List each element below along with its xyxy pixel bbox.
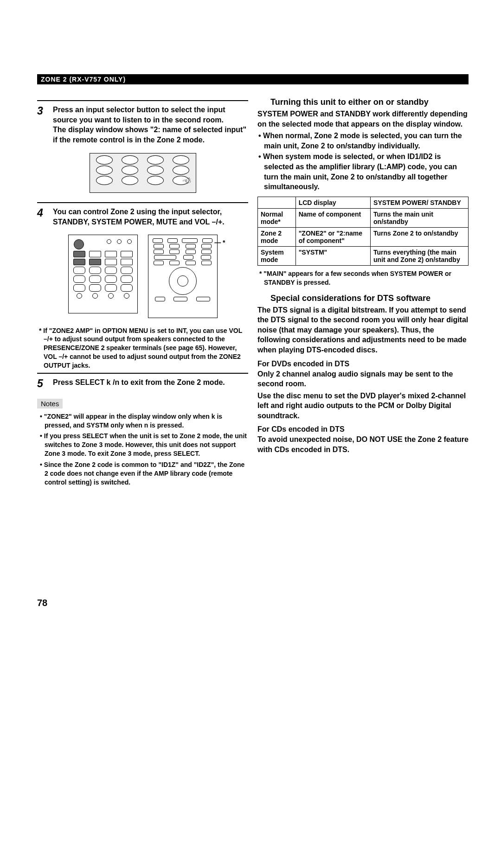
- th-system-power: SYSTEM POWER/ STANDBY: [371, 197, 469, 208]
- table-footnote: * "MAIN" appears for a few seconds when …: [257, 269, 469, 287]
- page-number: 78: [37, 598, 47, 608]
- heading-turning-unit: Turning this unit to either on or standb…: [257, 97, 469, 107]
- subheading-dvd-dts: For DVDs encoded in DTS: [257, 360, 469, 368]
- step-body: You can control Zone 2 using the input s…: [53, 207, 248, 227]
- input-panel-icon: [90, 153, 196, 193]
- cell: Zone 2 mode: [258, 227, 296, 246]
- notes-badge: Notes: [37, 399, 63, 408]
- step-5: 5 Press SELECT k /n to exit from the Zon…: [37, 377, 248, 390]
- step-number: 5: [37, 377, 53, 390]
- divider: [37, 100, 248, 101]
- cell: Turns the main unit on/standby: [371, 208, 469, 227]
- cell: Turns everything (the main unit and Zone…: [371, 246, 469, 265]
- remote-left-icon: [68, 235, 138, 313]
- table-row: Zone 2 mode "ZONE2" or "2:name of compon…: [258, 227, 469, 246]
- step-3: 3 Press an input selector button to sele…: [37, 105, 248, 145]
- remote-figures: — *: [37, 235, 248, 318]
- step3-line1: Press an input selector button to select…: [53, 106, 225, 124]
- cell: Normal mode*: [258, 208, 296, 227]
- step4-footnote: * If "ZONE2 AMP" in OPTION MENU is set t…: [37, 326, 248, 370]
- heading-dts: Special considerations for DTS software: [270, 294, 469, 303]
- mode-table: LCD display SYSTEM POWER/ STANDBY Normal…: [257, 197, 469, 266]
- step3-line2: The display window shows "2: name of sel…: [53, 126, 246, 144]
- step-body: Press SELECT k /n to exit from the Zone …: [53, 377, 248, 390]
- left-column: 3 Press an input selector button to sele…: [37, 97, 248, 489]
- dvd-dts-p1: Only 2 channel analog audio signals may …: [257, 369, 469, 389]
- cell: Turns Zone 2 to on/standby: [371, 227, 469, 246]
- cd-dts-p: To avoid unexpected noise, DO NOT USE th…: [257, 434, 469, 454]
- intro-paragraph: SYSTEM POWER and STANDBY work differentl…: [257, 109, 469, 129]
- two-column-layout: 3 Press an input selector button to sele…: [37, 97, 469, 489]
- dts-paragraph: The DTS signal is a digital bitstream. I…: [257, 305, 469, 355]
- cell: System mode: [258, 246, 296, 265]
- input-selector-figure: [37, 153, 248, 193]
- th-lcd: LCD display: [295, 197, 370, 208]
- cell: "SYSTM": [295, 246, 370, 265]
- step-number: 3: [37, 105, 53, 145]
- table-row: System mode "SYSTM" Turns everything (th…: [258, 246, 469, 265]
- step-4: 4 You can control Zone 2 using the input…: [37, 207, 248, 227]
- footnote-text: If "ZONE2 AMP" in OPTION MENU is set to …: [43, 327, 242, 370]
- divider: [37, 202, 248, 203]
- step-body: Press an input selector button to select…: [53, 105, 248, 145]
- right-column: Turning this unit to either on or standb…: [257, 97, 469, 489]
- table-header-row: LCD display SYSTEM POWER/ STANDBY: [258, 197, 469, 208]
- step-number: 4: [37, 207, 53, 227]
- star-marker: — *: [214, 239, 225, 246]
- note-3: • Since the Zone 2 code is common to "ID…: [37, 460, 248, 487]
- table-row: Normal mode* Name of component Turns the…: [258, 208, 469, 227]
- th-blank: [258, 197, 296, 208]
- bullet-1: When normal, Zone 2 mode is selected, yo…: [257, 131, 469, 151]
- remote-right-icon: — *: [148, 235, 218, 318]
- section-header: ZONE 2 (RX-V757 ONLY): [37, 74, 469, 84]
- subheading-cd-dts: For CDs encoded in DTS: [257, 425, 469, 434]
- note-2: • If you press SELECT when the unit is s…: [37, 432, 248, 458]
- manual-page: ZONE 2 (RX-V757 ONLY) 3 Press an input s…: [0, 0, 501, 868]
- cell: Name of component: [295, 208, 370, 227]
- note-1: • "ZONE2" will appear in the display win…: [37, 412, 248, 430]
- divider: [37, 373, 248, 374]
- bullet-2: When system mode is selected, or when ID…: [257, 152, 469, 191]
- dvd-dts-p2: Use the disc menu to set the DVD player'…: [257, 391, 469, 421]
- cell: "ZONE2" or "2:name of component": [295, 227, 370, 246]
